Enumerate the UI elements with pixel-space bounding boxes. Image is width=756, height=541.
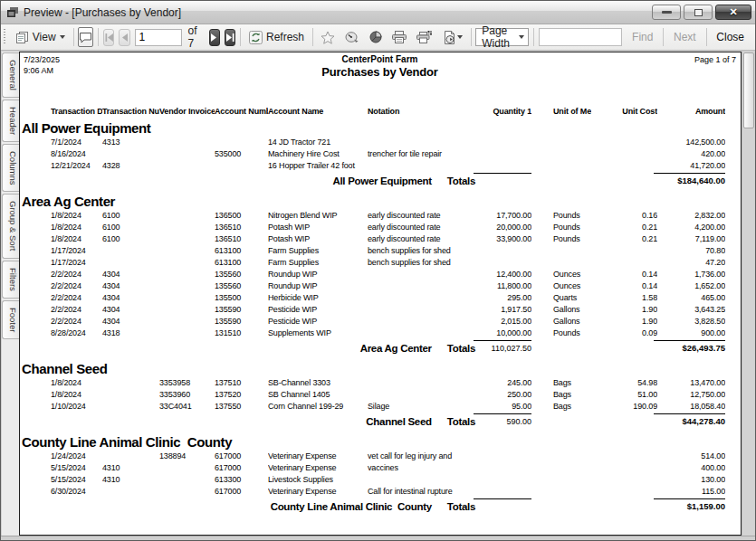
favorites-button[interactable] xyxy=(318,29,338,46)
cell-notation xyxy=(364,269,484,280)
cell-quantity xyxy=(484,462,531,474)
comment-button[interactable] xyxy=(78,27,93,47)
export-button[interactable] xyxy=(439,29,466,46)
cell-notation: vaccines xyxy=(364,462,484,474)
cell-notation: Call for intestinal rupture xyxy=(364,486,484,498)
vertical-scrollbar[interactable] xyxy=(742,52,754,536)
spacer xyxy=(531,269,541,280)
separator xyxy=(73,28,74,46)
col-transaction-date: Transaction Date xyxy=(51,107,102,116)
group-heading: County Line Animal Clinic County xyxy=(20,434,741,451)
find-next-button[interactable]: Next xyxy=(668,29,702,45)
window-icon xyxy=(6,6,19,18)
cell-transaction-date: 1/17/2024 xyxy=(51,257,102,269)
cell-unit-of-measure xyxy=(541,245,591,257)
table-row: 1/8/20246100136500Nitrogen Blend WIPearl… xyxy=(20,210,741,222)
cell-transaction-date: 2/2/2024 xyxy=(51,269,102,280)
print-button[interactable] xyxy=(389,29,409,45)
toolbar-grip[interactable] xyxy=(4,29,5,45)
cell-transaction-date: 2/2/2024 xyxy=(51,292,102,304)
cell-vendor-invoice xyxy=(159,222,215,233)
cell-quantity xyxy=(484,245,531,257)
cell-transaction-number xyxy=(102,245,159,257)
cell-notation: early discounted rate xyxy=(364,222,484,233)
zoom-level-dropdown[interactable]: Page Width xyxy=(475,28,529,46)
col-account-number: Account Number xyxy=(215,107,268,116)
close-preview-button[interactable]: Close xyxy=(711,29,750,45)
gauge-button[interactable] xyxy=(342,30,362,45)
cell-notation xyxy=(364,316,484,327)
spacer xyxy=(20,137,51,148)
view-button[interactable]: View xyxy=(12,29,69,45)
cell-transaction-number xyxy=(102,148,159,160)
group-totals-label: Area Ag CenterTotals xyxy=(51,340,484,355)
print-setup-button[interactable] xyxy=(414,29,435,45)
tab-group-and-sort[interactable]: Group & Sort xyxy=(2,194,20,258)
cell-account-number: 136510 xyxy=(215,233,268,245)
cell-account-name: Pesticide WIP xyxy=(268,316,364,327)
spacer xyxy=(20,327,51,339)
spacer xyxy=(531,474,541,486)
minimize-icon xyxy=(662,11,672,14)
cell-unit-of-measure: Gallons xyxy=(541,316,591,327)
cell-transaction-number: 6100 xyxy=(102,210,159,222)
page-number-input[interactable] xyxy=(135,29,182,46)
group-heading: Area Ag Center xyxy=(20,194,741,210)
cell-amount: 70.80 xyxy=(657,245,725,257)
cell-transaction-number: 6100 xyxy=(102,222,159,233)
spacer xyxy=(20,210,51,222)
cell-account-name: Potash WIP xyxy=(268,233,364,245)
refresh-button[interactable]: Refresh xyxy=(245,29,308,46)
scrollbar-thumb[interactable] xyxy=(743,52,754,128)
cell-unit-cost: 0.21 xyxy=(591,222,657,233)
next-page-icon xyxy=(211,33,217,42)
cell-quantity xyxy=(484,486,531,498)
tab-general[interactable]: General xyxy=(2,52,20,98)
spacer xyxy=(20,222,51,233)
cell-amount: 7,119.00 xyxy=(657,233,725,245)
cell-transaction-number xyxy=(102,377,159,389)
chevron-down-icon xyxy=(60,35,65,39)
pie-chart-button[interactable] xyxy=(367,29,385,45)
table-row: 7/1/2024431314 JD Tractor 721142,500.00 xyxy=(20,137,741,148)
tab-filters[interactable]: Filters xyxy=(2,261,20,299)
spacer xyxy=(20,474,51,486)
cell-transaction-number xyxy=(102,389,159,401)
cell-transaction-date: 1/8/2024 xyxy=(51,377,102,389)
cell-amount: 3,828.50 xyxy=(657,316,725,327)
spacer xyxy=(20,486,51,498)
cell-account-name: Veterinary Expense xyxy=(268,451,364,462)
last-page-button[interactable] xyxy=(225,29,235,46)
tab-footer[interactable]: Footer xyxy=(2,300,20,339)
separator xyxy=(706,28,707,46)
restore-button[interactable] xyxy=(684,5,713,20)
company-name: CenterPoint Farm xyxy=(321,54,437,65)
close-window-button[interactable]: ✕ xyxy=(715,5,751,20)
cell-account-number: 137550 xyxy=(215,401,268,413)
previous-page-button[interactable] xyxy=(119,29,129,46)
cell-unit-of-measure: Pounds xyxy=(541,327,591,339)
col-notation: Notation xyxy=(364,107,484,116)
minimize-button[interactable] xyxy=(652,5,681,20)
find-input[interactable] xyxy=(539,28,622,46)
find-button[interactable]: Find xyxy=(627,29,658,45)
cell-transaction-date: 5/15/2024 xyxy=(51,462,102,474)
spacer xyxy=(20,316,51,327)
cell-notation: bench supplies for shed xyxy=(364,245,484,257)
cell-amount: 400.00 xyxy=(657,462,725,474)
cell-quantity: 250.00 xyxy=(484,389,531,401)
table-row: 1/8/20243353958137510SB-Channel 3303245.… xyxy=(20,377,741,389)
table-row: 1/8/20246100136510Potash WIPearly discou… xyxy=(20,222,741,233)
tab-header[interactable]: Header xyxy=(2,100,20,142)
cell-amount: 2,832.00 xyxy=(657,210,725,222)
cell-account-number: 135590 xyxy=(215,304,268,316)
window-bottom-frame xyxy=(1,536,755,540)
separator xyxy=(312,28,313,46)
group-totals-row: All Power EquipmentTotals$184,640.00 xyxy=(20,173,741,187)
spacer xyxy=(531,304,541,316)
col-transaction-number: Transaction Number xyxy=(102,107,159,116)
first-page-button[interactable] xyxy=(103,29,114,46)
tab-columns[interactable]: Columns xyxy=(2,144,20,193)
next-page-button[interactable] xyxy=(209,29,220,46)
spacer xyxy=(531,148,541,160)
